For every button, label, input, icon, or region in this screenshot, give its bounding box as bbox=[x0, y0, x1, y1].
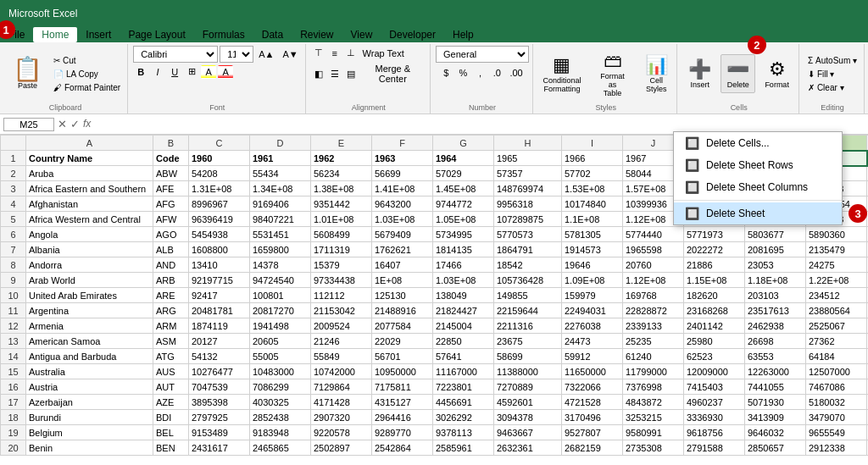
table-row[interactable]: 19BelgiumBEL9153489918394892205789289770… bbox=[1, 425, 869, 440]
cell[interactable]: 2009524 bbox=[311, 318, 372, 334]
cell[interactable]: 5771973 bbox=[684, 227, 745, 242]
cell[interactable]: 27362 bbox=[806, 334, 867, 349]
cell[interactable]: 2135479 bbox=[806, 242, 867, 257]
table-row[interactable]: 16AustriaAUT7047539708629971298647175811… bbox=[1, 379, 869, 395]
cell[interactable]: 2632361 bbox=[494, 440, 562, 456]
cell[interactable]: 9153489 bbox=[189, 425, 250, 440]
cell[interactable]: 9956318 bbox=[494, 197, 562, 212]
conditional-formatting-button[interactable]: ▦ ConditionalFormatting bbox=[538, 50, 586, 97]
cell[interactable]: AGO bbox=[153, 227, 189, 242]
cell[interactable]: Angola bbox=[26, 227, 153, 242]
underline-button[interactable]: U bbox=[167, 65, 182, 79]
table-row[interactable]: 20BeninBEN243161724658652502897254286425… bbox=[1, 440, 869, 456]
cell[interactable]: Code bbox=[153, 151, 189, 166]
cell[interactable]: 1.41E+08 bbox=[372, 181, 433, 197]
cell[interactable]: 2525067 bbox=[806, 318, 867, 334]
cell[interactable]: 21153042 bbox=[311, 303, 372, 318]
cell[interactable]: 12263000 bbox=[745, 364, 806, 379]
col-header-c[interactable]: C bbox=[189, 136, 250, 151]
cell[interactable]: 9580991 bbox=[623, 425, 684, 440]
cell[interactable]: ARM bbox=[153, 318, 189, 334]
ctx-delete-sheet-columns[interactable]: 🔲 Delete Sheet Columns bbox=[674, 176, 842, 198]
cell[interactable]: 159979 bbox=[562, 288, 623, 303]
cell[interactable]: 14378 bbox=[250, 257, 311, 273]
fill-color-button[interactable]: A bbox=[201, 65, 216, 79]
insert-button[interactable]: ➕ Insert bbox=[682, 54, 717, 93]
cell[interactable]: 54208 bbox=[189, 166, 250, 181]
row-number[interactable]: 1 bbox=[1, 151, 26, 166]
confirm-formula-icon[interactable]: ✓ bbox=[70, 118, 80, 130]
cell[interactable]: 4030325 bbox=[250, 395, 311, 410]
cell[interactable]: 1E+08 bbox=[372, 273, 433, 288]
menu-formulas[interactable]: Formulas bbox=[194, 27, 253, 42]
fx-icon[interactable]: fx bbox=[83, 118, 91, 130]
cell[interactable]: 1814135 bbox=[433, 242, 494, 257]
cell[interactable]: 4721528 bbox=[562, 395, 623, 410]
cell[interactable]: 24473 bbox=[562, 334, 623, 349]
borders-button[interactable]: ⊞ bbox=[184, 64, 199, 79]
cell[interactable]: 1.03E+08 bbox=[433, 273, 494, 288]
row-number[interactable]: 4 bbox=[1, 197, 26, 212]
cell[interactable]: ASM bbox=[153, 334, 189, 349]
cell[interactable]: ATG bbox=[153, 349, 189, 364]
row-number[interactable]: 16 bbox=[1, 379, 26, 395]
cell[interactable]: 11799000 bbox=[623, 364, 684, 379]
cell[interactable]: 1.45E+08 bbox=[433, 181, 494, 197]
font-color-button[interactable]: A bbox=[218, 65, 233, 79]
table-row[interactable]: 13American SamoaASM201272060521246220292… bbox=[1, 334, 869, 349]
align-right-button[interactable]: ▤ bbox=[343, 62, 359, 86]
cell[interactable]: 22850 bbox=[433, 334, 494, 349]
cell[interactable]: 7415403 bbox=[684, 379, 745, 395]
cell[interactable]: Burundi bbox=[26, 410, 153, 425]
cell[interactable]: 2339133 bbox=[623, 318, 684, 334]
cell[interactable]: 22029 bbox=[372, 334, 433, 349]
cell[interactable]: 5774440 bbox=[623, 227, 684, 242]
col-header-f[interactable]: F bbox=[372, 136, 433, 151]
cell[interactable]: 3336930 bbox=[684, 410, 745, 425]
cell[interactable]: AND bbox=[153, 257, 189, 273]
copy-button[interactable]: 📄 LA Copy bbox=[50, 68, 124, 80]
cell[interactable]: 1.05E+08 bbox=[433, 212, 494, 227]
autosum-button[interactable]: Σ AutoSum ▾ bbox=[804, 54, 860, 67]
cell[interactable]: Argentina bbox=[26, 303, 153, 318]
cell[interactable]: Albania bbox=[26, 242, 153, 257]
cell[interactable]: 9183948 bbox=[250, 425, 311, 440]
cell[interactable]: 1711319 bbox=[311, 242, 372, 257]
cell[interactable]: 203103 bbox=[745, 288, 806, 303]
align-top-button[interactable]: ⊤ bbox=[311, 46, 326, 60]
cell[interactable]: 2797925 bbox=[189, 410, 250, 425]
cell[interactable]: 17466 bbox=[433, 257, 494, 273]
cell[interactable]: 16407 bbox=[372, 257, 433, 273]
cell[interactable]: Benin bbox=[26, 440, 153, 456]
cell[interactable]: 21246 bbox=[311, 334, 372, 349]
cell[interactable]: 19646 bbox=[562, 257, 623, 273]
cell[interactable]: 1.34E+08 bbox=[250, 181, 311, 197]
cell[interactable]: 4171428 bbox=[311, 395, 372, 410]
cell[interactable]: ABW bbox=[153, 166, 189, 181]
cell[interactable]: 92197715 bbox=[189, 273, 250, 288]
percent-button[interactable]: % bbox=[455, 66, 470, 80]
cell[interactable]: AFG bbox=[153, 197, 189, 212]
cell[interactable]: 96396419 bbox=[189, 212, 250, 227]
cell[interactable]: 23675 bbox=[494, 334, 562, 349]
cell[interactable]: 26698 bbox=[745, 334, 806, 349]
cell-reference-input[interactable] bbox=[3, 118, 54, 131]
cell[interactable]: Africa Eastern and Southern bbox=[26, 181, 153, 197]
clear-button[interactable]: ✗ Clear ▾ bbox=[804, 81, 860, 94]
cell[interactable]: 1914573 bbox=[562, 242, 623, 257]
cell[interactable]: 3479070 bbox=[806, 410, 867, 425]
cell[interactable]: 1.38E+08 bbox=[311, 181, 372, 197]
cell[interactable]: 1762621 bbox=[372, 242, 433, 257]
cell[interactable]: 55005 bbox=[250, 349, 311, 364]
cell[interactable]: 9744772 bbox=[433, 197, 494, 212]
cell[interactable]: 2431617 bbox=[189, 440, 250, 456]
cell[interactable]: 2850657 bbox=[745, 440, 806, 456]
cell[interactable]: 7047539 bbox=[189, 379, 250, 395]
row-number[interactable]: 6 bbox=[1, 227, 26, 242]
cell[interactable]: 20605 bbox=[250, 334, 311, 349]
menu-insert[interactable]: Insert bbox=[77, 27, 120, 42]
cell[interactable]: ARE bbox=[153, 288, 189, 303]
cell[interactable]: Aruba bbox=[26, 166, 153, 181]
cell[interactable]: 138049 bbox=[433, 288, 494, 303]
cell[interactable]: 1.31E+08 bbox=[189, 181, 250, 197]
